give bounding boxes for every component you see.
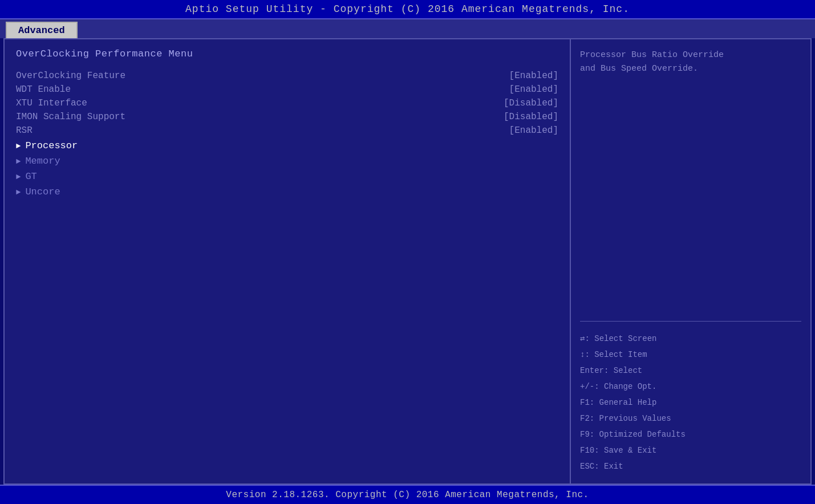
menu-item-value-imon[interactable]: [Disabled] <box>504 112 558 122</box>
submenu-memory[interactable]: ► Memory <box>16 156 558 166</box>
menu-item-value-oc[interactable]: [Enabled] <box>509 71 558 81</box>
shortcut-f9: F9: Optimized Defaults <box>580 426 801 442</box>
shortcut-f10: F10: Save & Exit <box>580 442 801 458</box>
menu-item-value-wdt[interactable]: [Enabled] <box>509 84 558 95</box>
shortcut-esc: ESC: Exit <box>580 458 801 474</box>
main-border: OverClocking Performance Menu OverClocki… <box>3 38 812 485</box>
submenu-list: ► Processor ► Memory ► GT ► Uncore <box>16 140 558 197</box>
menu-item-row: OverClocking Feature [Enabled] <box>16 71 558 81</box>
shortcut-list: ⇄: Select Screen ↕: Select Item Enter: S… <box>580 331 801 474</box>
section-title: OverClocking Performance Menu <box>16 48 558 59</box>
menu-item-label-xtu: XTU Interface <box>16 98 87 108</box>
submenu-processor[interactable]: ► Processor <box>16 140 558 151</box>
shortcut-select-screen: ⇄: Select Screen <box>580 331 801 347</box>
menu-item-label-oc: OverClocking Feature <box>16 71 125 81</box>
menu-item-label-rsr: RSR <box>16 125 33 136</box>
shortcut-select-item: ↕: Select Item <box>580 347 801 363</box>
help-line-1: Processor Bus Ratio Override <box>580 50 724 60</box>
footer: Version 2.18.1263. Copyright (C) 2016 Am… <box>0 485 815 504</box>
right-panel: Processor Bus Ratio Override and Bus Spe… <box>571 39 810 483</box>
arrow-icon-gt: ► <box>16 172 21 181</box>
menu-item-row-imon: IMON Scaling Support [Disabled] <box>16 112 558 122</box>
bios-screen: Aptio Setup Utility - Copyright (C) 2016… <box>0 0 815 504</box>
menu-item-label-imon: IMON Scaling Support <box>16 112 125 122</box>
menu-item-row-rsr: RSR [Enabled] <box>16 125 558 136</box>
arrow-icon-processor: ► <box>16 141 21 151</box>
menu-item-row-xtu: XTU Interface [Disabled] <box>16 98 558 108</box>
menu-item-value-rsr[interactable]: [Enabled] <box>509 125 558 136</box>
tab-advanced[interactable]: Advanced <box>6 22 78 38</box>
arrow-icon-memory: ► <box>16 157 21 166</box>
tab-bar: Advanced <box>0 19 815 38</box>
shortcut-enter: Enter: Select <box>580 363 801 379</box>
shortcut-change-opt: +/-: Change Opt. <box>580 379 801 395</box>
left-panel: OverClocking Performance Menu OverClocki… <box>5 39 571 483</box>
submenu-uncore[interactable]: ► Uncore <box>16 186 558 197</box>
menu-item-row-wdt: WDT Enable [Enabled] <box>16 84 558 95</box>
submenu-gt[interactable]: ► GT <box>16 171 558 182</box>
shortcut-f1: F1: General Help <box>580 395 801 410</box>
menu-item-label-wdt: WDT Enable <box>16 84 71 95</box>
menu-item-value-xtu[interactable]: [Disabled] <box>504 98 558 108</box>
arrow-icon-uncore: ► <box>16 188 21 197</box>
divider <box>580 321 801 322</box>
footer-text: Version 2.18.1263. Copyright (C) 2016 Am… <box>226 490 589 500</box>
menu-items-list: OverClocking Feature [Enabled] WDT Enabl… <box>16 71 558 136</box>
title-bar: Aptio Setup Utility - Copyright (C) 2016… <box>0 0 815 19</box>
help-line-2: and Bus Speed Override. <box>580 64 698 74</box>
title-text: Aptio Setup Utility - Copyright (C) 2016… <box>185 3 630 15</box>
help-text: Processor Bus Ratio Override and Bus Spe… <box>580 48 801 76</box>
shortcut-f2: F2: Previous Values <box>580 410 801 426</box>
